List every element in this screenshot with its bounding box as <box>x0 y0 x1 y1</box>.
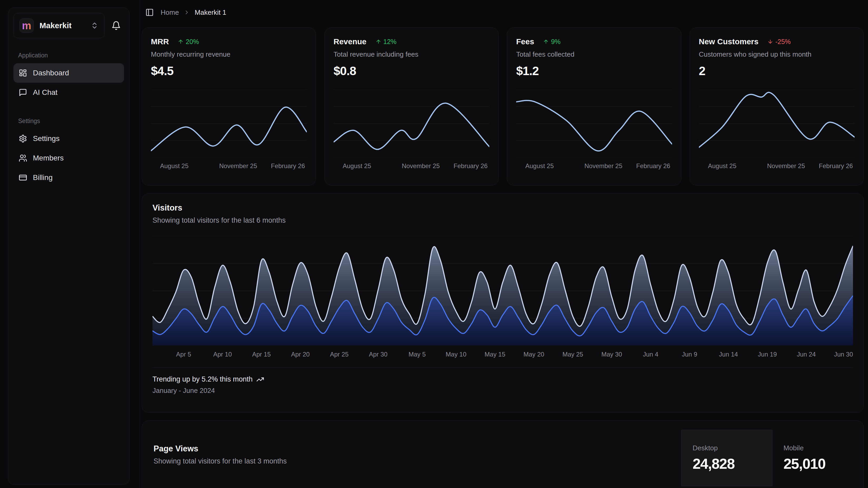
fees-sparkline-chart <box>516 90 672 157</box>
page-views-subtitle: Showing total visitors for the last 3 mo… <box>154 457 287 465</box>
stat-value: $1.2 <box>516 64 672 78</box>
visitors-date-range: January - June 2024 <box>153 386 853 395</box>
sidebar-item-dashboard[interactable]: Dashboard <box>13 63 124 83</box>
dashboard-icon <box>19 69 27 77</box>
visitors-x-axis: Apr 5Apr 10Apr 15Apr 20Apr 25Apr 30May 5… <box>153 351 853 361</box>
users-icon <box>19 154 27 162</box>
mobile-label: Mobile <box>783 444 852 452</box>
x-axis-label: November 25 <box>584 162 622 170</box>
arrow-down-icon <box>767 39 773 45</box>
x-axis-label: August 25 <box>343 162 371 170</box>
stat-title: Fees <box>516 37 534 46</box>
x-axis-label: February 26 <box>636 162 670 170</box>
mrr-sparkline-chart <box>151 90 307 157</box>
x-axis-label: Jun 14 <box>719 351 738 358</box>
stat-value: $4.5 <box>151 64 307 78</box>
x-axis-label: May 20 <box>524 351 544 358</box>
x-axis-label: Jun 4 <box>643 351 658 358</box>
workspace-name: Makerkit <box>39 21 72 30</box>
topbar: Home Makerkit 1 <box>142 0 864 25</box>
sidebar-item-billing[interactable]: Billing <box>13 168 124 188</box>
sidebar-item-label: AI Chat <box>33 88 57 97</box>
bell-icon <box>112 21 121 30</box>
mobile-toggle-button[interactable]: Mobile 25,010 <box>772 430 864 486</box>
visitors-footer: Trending up by 5.2% this month January -… <box>153 368 853 395</box>
visitors-card: Visitors Showing total visitors for the … <box>142 193 864 413</box>
page-views-toggle-group: Desktop 24,828 Mobile 25,010 <box>681 430 864 488</box>
arrow-up-icon <box>543 39 549 45</box>
x-axis-label: Apr 30 <box>369 351 388 358</box>
arrow-up-icon <box>178 39 184 45</box>
arrow-up-icon <box>375 39 381 45</box>
x-axis-label: August 25 <box>708 162 736 170</box>
mobile-value: 25,010 <box>783 455 852 472</box>
stat-cards-row: MRR 20% Monthly recurring revenue $4.5 A… <box>142 27 864 185</box>
sidebar: m Makerkit Application Dashboard AI Chat… <box>0 0 140 488</box>
x-axis-label: November 25 <box>219 162 257 170</box>
x-axis-label: February 26 <box>454 162 488 170</box>
stat-card-fees: Fees 9% Total fees collected $1.2 August… <box>507 27 681 185</box>
stat-description: Monthly recurring revenue <box>151 50 307 58</box>
workspace-logo: m <box>20 19 34 33</box>
nav-section-label-application: Application <box>13 52 124 59</box>
notifications-button[interactable] <box>108 18 124 33</box>
x-axis-label: Apr 15 <box>252 351 271 358</box>
stat-change-badge: 12% <box>375 38 397 46</box>
sidebar-item-label: Billing <box>33 173 53 182</box>
visitors-area-chart <box>153 236 853 345</box>
page-views-card: Page Views Showing total visitors for th… <box>142 421 864 488</box>
stat-title: MRR <box>151 37 169 46</box>
sidebar-toggle-button[interactable] <box>143 5 156 19</box>
breadcrumb-home-link[interactable]: Home <box>161 8 179 17</box>
credit-card-icon <box>19 173 27 182</box>
sidebar-nav: Application Dashboard AI Chat Settings S… <box>13 52 124 188</box>
workspace-selector[interactable]: m Makerkit <box>13 13 104 38</box>
stat-title: Revenue <box>334 37 367 46</box>
stat-value: $0.8 <box>334 64 490 78</box>
desktop-label: Desktop <box>692 444 761 452</box>
chat-icon <box>19 88 27 97</box>
breadcrumb-current-page: Makerkit 1 <box>195 8 226 17</box>
stat-title: New Customers <box>699 37 759 46</box>
x-axis-label: Jun 19 <box>758 351 777 358</box>
sidebar-item-members[interactable]: Members <box>13 148 124 168</box>
sparkline-x-axis: August 25November 25February 26 <box>334 162 490 172</box>
sidebar-item-label: Members <box>33 154 64 162</box>
page-views-title: Page Views <box>154 444 287 454</box>
sidebar-item-label: Settings <box>33 134 60 143</box>
workspace-logo-letter: m <box>22 20 31 31</box>
main-content: Home Makerkit 1 MRR 20% Monthly recurrin… <box>141 0 868 488</box>
trending-up-icon <box>256 375 264 383</box>
app-root: { "colors": { "green": "#2fc263", "red":… <box>0 0 868 488</box>
sidebar-item-ai-chat[interactable]: AI Chat <box>13 83 124 102</box>
x-axis-label: August 25 <box>160 162 189 170</box>
x-axis-label: May 30 <box>601 351 622 358</box>
x-axis-label: February 26 <box>271 162 305 170</box>
x-axis-label: Jun 9 <box>682 351 698 358</box>
x-axis-label: May 10 <box>445 351 466 358</box>
x-axis-label: February 26 <box>819 162 853 170</box>
visitors-trend-text: Trending up by 5.2% this month <box>153 375 253 383</box>
desktop-toggle-button[interactable]: Desktop 24,828 <box>681 430 772 486</box>
x-axis-label: Apr 5 <box>176 351 191 358</box>
visitors-title: Visitors <box>153 203 853 213</box>
new-customers-sparkline-chart <box>699 90 855 157</box>
gear-icon <box>19 134 27 143</box>
visitors-subtitle: Showing total visitors for the last 6 mo… <box>153 216 853 225</box>
x-axis-label: May 5 <box>408 351 426 358</box>
sparkline-x-axis: August 25November 25February 26 <box>516 162 672 172</box>
x-axis-label: Apr 10 <box>213 351 232 358</box>
x-axis-label: August 25 <box>525 162 554 170</box>
sidebar-item-settings[interactable]: Settings <box>13 129 124 148</box>
stat-card-mrr: MRR 20% Monthly recurring revenue $4.5 A… <box>142 27 316 185</box>
sparkline-x-axis: August 25November 25February 26 <box>151 162 307 172</box>
x-axis-label: November 25 <box>402 162 440 170</box>
stat-card-revenue: Revenue 12% Total revenue including fees… <box>324 27 499 185</box>
x-axis-label: Jun 24 <box>797 351 816 358</box>
chevron-right-icon <box>184 9 190 16</box>
stat-change-badge: 20% <box>178 38 199 46</box>
stat-value: 2 <box>699 64 855 78</box>
x-axis-label: Apr 20 <box>291 351 310 358</box>
stat-description: Total fees collected <box>516 50 672 58</box>
x-axis-label: Apr 25 <box>330 351 349 358</box>
